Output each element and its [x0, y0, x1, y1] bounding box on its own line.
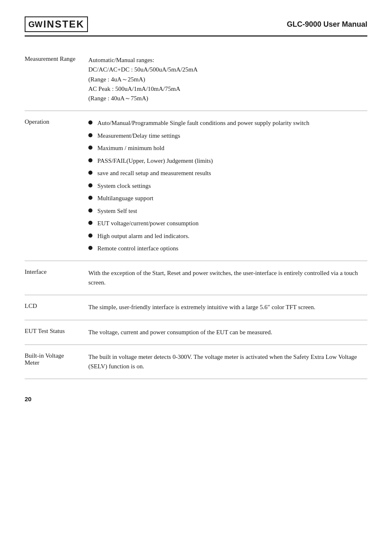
list-item: High output alarm and led indicators. [88, 231, 362, 241]
bullet-icon [88, 246, 92, 250]
row-label: Measurement Range [25, 48, 88, 111]
bullet-icon [88, 146, 92, 150]
text-line: The voltage, current and power consumpti… [88, 329, 272, 335]
list-item: System clock settings [88, 181, 362, 191]
table-row: LCDThe simple, user-friendly interface i… [25, 295, 367, 320]
page-header: GW INSTEK GLC-9000 User Manual [25, 16, 367, 37]
text-line: (Range : 40uA～75mA) [88, 95, 148, 102]
row-content: Auto/Manual/Programmable Single fault co… [88, 111, 367, 261]
table-row: OperationAuto/Manual/Programmable Single… [25, 111, 367, 261]
text-line: DC/AC/AC+DC : 50uA/500uA/5mA/25mA [88, 66, 198, 73]
row-label: EUT Test Status [25, 320, 88, 345]
list-item: System Self test [88, 206, 362, 216]
bullet-text: System clock settings [97, 181, 362, 191]
page-number: 20 [25, 395, 32, 402]
bullet-text: Maximum / minimum hold [97, 143, 362, 153]
list-item: PASS/FAIL(Upper, Lower) Judgement (limit… [88, 156, 362, 166]
text-line: With the exception of the Start, Reset a… [88, 270, 358, 286]
page: GW INSTEK GLC-9000 User Manual Measureme… [0, 0, 392, 555]
text-line: Automatic/Manual ranges: [88, 57, 154, 63]
list-item: Auto/Manual/Programmable Single fault co… [88, 118, 362, 128]
row-label: Operation [25, 111, 88, 261]
list-item: save and recall setup and measurement re… [88, 169, 362, 178]
bullet-text: EUT voltage/current/power consumption [97, 219, 362, 228]
row-content: Automatic/Manual ranges:DC/AC/AC+DC : 50… [88, 48, 367, 111]
bullet-text: Remote control interface options [97, 244, 362, 253]
manual-title: GLC-9000 User Manual [287, 20, 367, 29]
bullet-text: Measurement/Delay time settings [97, 131, 362, 141]
bullet-text: PASS/FAIL(Upper, Lower) Judgement (limit… [97, 156, 362, 166]
bullet-icon [88, 120, 92, 125]
bullet-icon [88, 196, 92, 200]
spec-table: Measurement RangeAutomatic/Manual ranges… [25, 48, 367, 379]
row-content: The simple, user-friendly interface is e… [88, 295, 367, 320]
table-row: InterfaceWith the exception of the Start… [25, 261, 367, 295]
list-item: Remote control interface options [88, 244, 362, 253]
logo-instek-text: INSTEK [43, 18, 84, 30]
row-label: Built-in Voltage Meter [25, 345, 88, 379]
bullet-text: save and recall setup and measurement re… [97, 169, 362, 178]
list-item: Maximum / minimum hold [88, 143, 362, 153]
list-item: EUT voltage/current/power consumption [88, 219, 362, 228]
page-footer: 20 [25, 395, 367, 402]
bullet-icon [88, 234, 92, 238]
bullet-list: Auto/Manual/Programmable Single fault co… [88, 118, 362, 253]
table-row: Built-in Voltage MeterThe built in volta… [25, 345, 367, 379]
logo: GW INSTEK [25, 16, 88, 32]
list-item: Multilanguage support [88, 194, 362, 203]
bullet-icon [88, 183, 92, 187]
bullet-text: High output alarm and led indicators. [97, 231, 362, 241]
row-content: The voltage, current and power consumpti… [88, 320, 367, 345]
bullet-icon [88, 133, 92, 137]
row-content: With the exception of the Start, Reset a… [88, 261, 367, 295]
bullet-icon [88, 221, 92, 225]
text-line: (Range : 4uA～25mA) [88, 76, 145, 83]
logo-box: GW INSTEK [25, 16, 88, 32]
bullet-icon [88, 208, 92, 213]
bullet-text: System Self test [97, 206, 362, 216]
logo-gw-text: GW [28, 20, 42, 29]
table-row: Measurement RangeAutomatic/Manual ranges… [25, 48, 367, 111]
text-line: The built in voltage meter detects 0-300… [88, 354, 357, 370]
row-content: The built in voltage meter detects 0-300… [88, 345, 367, 379]
bullet-text: Multilanguage support [97, 194, 362, 203]
text-line: The simple, user-friendly interface is e… [88, 304, 315, 310]
text-line: AC Peak : 500uA/1mA/10mA/75mA [88, 86, 180, 92]
table-row: EUT Test StatusThe voltage, current and … [25, 320, 367, 345]
bullet-text: Auto/Manual/Programmable Single fault co… [97, 118, 362, 128]
row-label: Interface [25, 261, 88, 295]
list-item: Measurement/Delay time settings [88, 131, 362, 141]
bullet-icon [88, 158, 92, 162]
row-label: LCD [25, 295, 88, 320]
bullet-icon [88, 171, 92, 175]
